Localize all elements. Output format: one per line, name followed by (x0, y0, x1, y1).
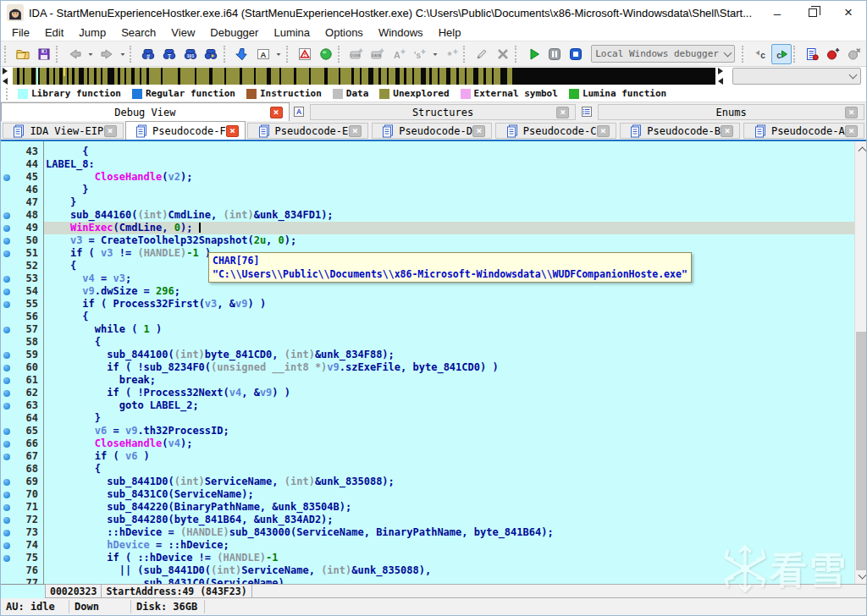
process-state-icon[interactable] (315, 44, 336, 64)
scrollbar-thumb[interactable] (856, 332, 867, 570)
code-line-72[interactable]: 72 sub_844280(byte_841B64, &unk_834AD2); (1, 514, 854, 526)
close-tab-icon[interactable]: × (270, 107, 283, 118)
navigation-band[interactable] (13, 68, 715, 88)
code-line-63[interactable]: 63 goto LABEL_2; (1, 399, 854, 412)
menu-item-help[interactable]: Help (431, 26, 469, 39)
back-icon[interactable] (64, 44, 86, 64)
view-tab-ida-view-eip[interactable]: IDA View-EIP× (3, 123, 124, 139)
menu-item-jump[interactable]: Jump (71, 26, 113, 39)
panel-tab-enums[interactable]: Enums× (598, 104, 864, 120)
view-tab-pseudocode-d[interactable]: Pseudocode-D× (372, 123, 493, 139)
menu-item-edit[interactable]: Edit (37, 26, 71, 39)
start-process-icon[interactable] (523, 44, 544, 64)
code-line-46[interactable]: 46 } (1, 184, 854, 196)
code-line-64[interactable]: 64 } (1, 412, 854, 425)
close-tab-icon[interactable]: × (556, 107, 569, 118)
restore-button[interactable] (795, 1, 831, 25)
menu-item-view[interactable]: View (163, 26, 202, 39)
code-line-60[interactable]: 60 if ( !sub_8234F0((unsigned __int8 *)v… (1, 361, 854, 374)
code-line-65[interactable]: 65 v6 = v9.th32ProcessID; (1, 425, 854, 437)
close-tab-icon[interactable]: × (226, 125, 239, 137)
minimize-button[interactable]: – (759, 1, 795, 25)
menu-item-file[interactable]: File (4, 26, 37, 39)
ascii-caret-icon[interactable] (273, 44, 284, 64)
code-line-69[interactable]: 69 sub_8441D0((int)ServiceName, (int)&un… (1, 476, 854, 488)
code-line-55[interactable]: 55 if ( Process32First(v3, &v9) ) (1, 298, 854, 311)
vertical-scrollbar[interactable] (854, 141, 867, 584)
menu-item-lumina[interactable]: Lumina (266, 26, 318, 39)
code-line-50[interactable]: 50 v3 = CreateToolhelp32Snapshot(2u, 0); (1, 234, 854, 247)
scroll-down-button[interactable] (855, 570, 867, 584)
navband-left-arrows[interactable] (3, 68, 11, 85)
code-line-58[interactable]: 58 { (1, 336, 854, 349)
code-line-74[interactable]: 74 hDevice = ::hDevice; (1, 539, 854, 552)
search-text-icon[interactable]: T (159, 44, 180, 64)
search-pattern-icon[interactable]: # (138, 44, 159, 64)
forward-caret-icon[interactable] (117, 44, 128, 64)
make-unknown-icon[interactable]: * (440, 44, 461, 64)
stop-process-icon[interactable] (566, 44, 587, 64)
make-data-icon[interactable]: DATA (367, 44, 389, 64)
add-breakpoint-icon[interactable] (823, 44, 844, 64)
navband-combobox[interactable] (732, 68, 861, 85)
code-line-73[interactable]: 73 ::hDevice = (HANDLE)sub_843000(Servic… (1, 526, 854, 539)
view-tab-pseudocode-e[interactable]: Pseudocode-E× (247, 123, 368, 139)
view-tab-pseudocode-c[interactable]: Pseudocode-C× (495, 123, 616, 139)
panel-tab-debug-view[interactable]: Debug View× (1, 102, 290, 121)
close-button[interactable]: × (831, 1, 866, 25)
code-line-45[interactable]: 45 CloseHandle(v2); (1, 171, 854, 184)
code-line-56[interactable]: 56 { (1, 311, 854, 323)
pseudocode-view[interactable]: 43 {44LABEL_8:45 CloseHandle(v2);46 }47 … (1, 141, 867, 584)
open-file-icon[interactable] (13, 44, 34, 64)
close-tab-icon[interactable]: × (349, 125, 362, 137)
delete-breakpoint-icon[interactable] (843, 44, 864, 64)
menu-item-windows[interactable]: Windows (371, 26, 431, 39)
forward-icon[interactable] (97, 44, 118, 64)
code-line-49[interactable]: 49 WinExec(CmdLine, 0); (1, 222, 854, 234)
search-immediate-icon[interactable]: 101 (179, 44, 201, 64)
code-line-48[interactable]: 48 sub_844160((int)CmdLine, (int)&unk_83… (1, 209, 854, 222)
code-line-59[interactable]: 59 sub_844100((int)byte_841CD0, (int)&un… (1, 349, 854, 361)
code-line-75[interactable]: 75 if ( ::hDevice != (HANDLE)-1 (1, 552, 854, 564)
code-line-62[interactable]: 62 if ( !Process32Next(v4, &v9) ) (1, 387, 854, 399)
back-caret-icon[interactable] (86, 44, 97, 64)
delete-function-icon[interactable] (493, 44, 514, 64)
close-tab-icon[interactable]: × (845, 107, 858, 118)
close-tab-icon[interactable]: × (845, 125, 858, 137)
menu-item-options[interactable]: Options (318, 26, 371, 39)
code-line-76[interactable]: 76 || (sub_8441D0((int)ServiceName, (int… (1, 564, 854, 577)
code-line-61[interactable]: 61 break; (1, 374, 854, 387)
debugger-select[interactable]: Local Windows debugger (591, 45, 735, 63)
pause-process-icon[interactable] (544, 44, 566, 64)
close-tab-icon[interactable]: × (104, 125, 117, 137)
make-string-icon[interactable]: 's (409, 44, 430, 64)
close-tab-icon[interactable]: × (721, 125, 733, 137)
code-line-77[interactable]: 77 sub_8431C0(ServiceName), (1, 577, 854, 584)
make-name-icon[interactable]: A (388, 44, 409, 64)
code-line-44[interactable]: 44LABEL_8: (1, 158, 854, 171)
view-tab-pseudocode-f[interactable]: Pseudocode-F× (125, 121, 246, 140)
edit-function-icon[interactable] (472, 44, 493, 64)
view-tab-pseudocode-b[interactable]: Pseudocode-B× (620, 123, 741, 139)
code-line-57[interactable]: 57 while ( 1 ) (1, 323, 854, 336)
menu-item-search[interactable]: Search (113, 26, 163, 39)
code-line-71[interactable]: 71 sub_844220(BinaryPathName, &unk_83504… (1, 501, 854, 514)
code-line-67[interactable]: 67 if ( v6 ) (1, 450, 854, 463)
close-tab-icon[interactable]: × (597, 125, 610, 137)
code-line-70[interactable]: 70 sub_8431C0(ServiceName); (1, 488, 854, 501)
code-line-54[interactable]: 54 v9.dwSize = 296; (1, 285, 854, 298)
navband-right-arrows[interactable] (718, 68, 726, 85)
menu-item-debugger[interactable]: Debugger (202, 26, 266, 39)
make-code-icon[interactable]: CODE (346, 44, 367, 64)
code-line-66[interactable]: 66 CloseHandle(v4); (1, 437, 854, 450)
code-line-47[interactable]: 47 } (1, 196, 854, 209)
panel-tab-structures[interactable]: Structures× (310, 104, 577, 120)
run-c-icon[interactable]: c (771, 44, 792, 64)
save-file-icon[interactable] (34, 44, 55, 64)
problems-list-icon[interactable] (295, 44, 316, 64)
scroll-up-button[interactable] (855, 141, 867, 155)
step-c-icon[interactable]: c (750, 44, 771, 64)
code-line-43[interactable]: 43 { (1, 146, 854, 158)
breakpoint-list-icon[interactable] (802, 44, 823, 64)
make-string-caret-icon[interactable] (430, 44, 441, 64)
